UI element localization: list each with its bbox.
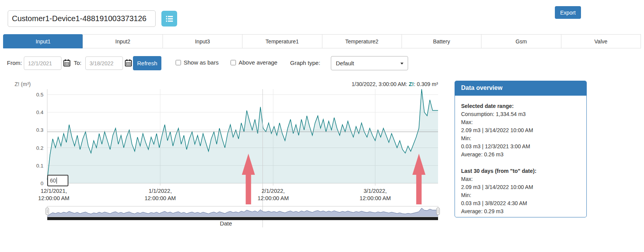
- graph-type-select[interactable]: Default: [331, 56, 408, 70]
- from-date-input[interactable]: [24, 56, 61, 70]
- text-caret: [56, 177, 57, 184]
- tab-temperature1[interactable]: Temperature1: [242, 34, 322, 48]
- selected-range-heading: Selected date range:: [461, 102, 580, 110]
- y-tick-label: 0.5: [36, 92, 43, 98]
- x-tick-label: 12:00:00 AM: [257, 195, 289, 201]
- y-tick-label: 0.4: [36, 109, 43, 115]
- to-calendar-button[interactable]: [124, 59, 132, 68]
- range-min-label: Min:: [461, 134, 580, 143]
- calendar-icon: [63, 62, 70, 68]
- from-calendar-button[interactable]: [63, 59, 71, 68]
- y-tick-label: 0.3: [36, 127, 43, 133]
- tab-gsm[interactable]: Gsm: [481, 34, 561, 48]
- tab-input2[interactable]: Input2: [83, 34, 163, 48]
- above-average-checkbox[interactable]: [231, 60, 236, 65]
- last30-max-value: 2.09 m3 | 3/14/2022 10:00 AM: [461, 183, 580, 191]
- tab-battery[interactable]: Battery: [402, 34, 481, 48]
- range-average-value: Average: 0.26 m3: [461, 151, 580, 159]
- last30-min-value: 0.03 m3 | 3/8/2022 4:30 AM: [461, 199, 580, 207]
- export-button[interactable]: Export: [555, 6, 581, 19]
- consumption-value: Consumption: 1,334.54 m3: [461, 110, 580, 118]
- measurement-tabs: Input1 Input2 Input3 Temperature1 Temper…: [3, 34, 641, 48]
- from-label: From:: [7, 60, 22, 66]
- consumption-chart[interactable]: 00.10.20.30.40.512/1/2021,12:00:00 AM1/1…: [0, 86, 450, 230]
- x-axis-title: Date: [220, 220, 232, 227]
- x-tick-label: 3/1/2022,: [363, 188, 387, 194]
- y-tick-label: 0.1: [36, 163, 43, 169]
- last30-heading: Last 30 days (from "to" date):: [461, 167, 580, 175]
- y-tick-label: 0.2: [36, 145, 43, 151]
- device-selector-input[interactable]: [8, 10, 156, 27]
- graph-type-label: Graph type:: [290, 60, 320, 66]
- show-as-bars-checkbox-group: Show as bars: [176, 59, 219, 66]
- x-tick-label: 12:00:00 AM: [38, 195, 69, 201]
- range-max-value: 2.09 m3 | 3/14/2022 10:00 AM: [461, 126, 580, 134]
- x-tick-label: 2/1/2022,: [262, 188, 285, 194]
- tab-input3[interactable]: Input3: [163, 34, 242, 48]
- list-icon: [166, 15, 173, 22]
- refresh-button[interactable]: Refresh: [133, 56, 161, 70]
- last30-average-value: Average: 0.29 m3: [461, 207, 580, 216]
- calendar-icon: [125, 62, 132, 68]
- y-tick-label: 0: [40, 181, 43, 186]
- scrollbar[interactable]: [47, 217, 438, 220]
- tab-input1[interactable]: Input1: [3, 34, 83, 48]
- above-average-checkbox-group: Above average: [231, 59, 277, 66]
- tab-valve[interactable]: Valve: [561, 34, 641, 48]
- tab-temperature2[interactable]: Temperature2: [322, 34, 402, 48]
- x-tick-label: 12:00:00 AM: [360, 195, 391, 201]
- range-min-value: 0.03 m3 | 12/3/2021 3:00 AM: [461, 143, 580, 151]
- show-as-bars-checkbox[interactable]: [176, 60, 181, 65]
- show-as-bars-label: Show as bars: [184, 59, 219, 66]
- above-average-label: Above average: [239, 59, 277, 66]
- graph-type-value: Default: [336, 60, 354, 66]
- x-tick-label: 1/1/2022,: [149, 188, 172, 194]
- last30-max-label: Max:: [461, 175, 580, 183]
- device-list-button[interactable]: [161, 11, 177, 27]
- data-overview-title: Data overview: [455, 81, 586, 96]
- last30-min-label: Min:: [461, 191, 580, 199]
- chevron-down-icon: [400, 63, 403, 65]
- data-overview-panel: Data overview Selected date range: Consu…: [455, 81, 587, 217]
- filter-toolbar: From: To: Refresh Show as bars: [0, 56, 644, 71]
- zoom-value-input[interactable]: 60: [47, 175, 68, 186]
- x-tick-label: 12:00:00 AM: [144, 195, 176, 201]
- range-max-label: Max:: [461, 118, 580, 126]
- x-tick-label: 12/1/2021,: [41, 188, 67, 194]
- to-date-input[interactable]: [85, 56, 123, 70]
- to-label: To:: [74, 60, 81, 66]
